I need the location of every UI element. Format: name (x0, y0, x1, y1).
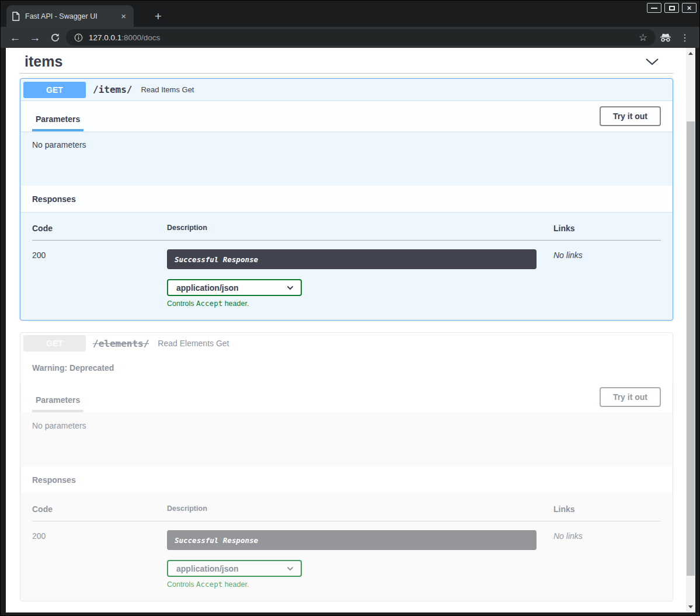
new-tab-button[interactable]: + (150, 8, 166, 25)
close-button[interactable]: × (682, 3, 696, 13)
media-type-select[interactable]: application/json (167, 279, 302, 296)
minimize-icon (651, 8, 657, 9)
response-row: 200 Successful Response application/json… (32, 521, 661, 589)
column-header-description: Description (167, 224, 553, 232)
column-header-description: Description (167, 504, 553, 513)
reload-icon[interactable] (45, 33, 65, 43)
responses-table: Code Description Links 200 Successful Re… (20, 493, 673, 601)
page-scrollbar[interactable] (686, 48, 695, 612)
address-bar[interactable]: 127.0.0.1:8000/docs ☆ (66, 29, 656, 46)
swagger-page: items GET /items/ Read Items Get Paramet… (6, 48, 687, 612)
deprecated-warning: Warning: Deprecated (20, 354, 673, 382)
url-text: 127.0.0.1:8000/docs (89, 33, 160, 42)
url-path: :8000/docs (121, 33, 160, 42)
opblock-get-elements-deprecated: GET /elements/ Read Elements Get Warning… (20, 332, 673, 601)
no-parameters-text: No parameters (20, 131, 673, 186)
tab-title: Fast API - Swagger UI (25, 12, 119, 20)
responses-title: Responses (32, 475, 76, 485)
column-header-code: Code (32, 504, 167, 514)
try-it-out-button[interactable]: Try it out (600, 387, 661, 407)
tab-close-icon[interactable]: × (119, 11, 128, 22)
scroll-down-arrow-icon[interactable] (688, 605, 693, 608)
try-it-out-button[interactable]: Try it out (600, 106, 661, 126)
browser-menu-icon[interactable]: ⋮ (680, 32, 689, 43)
media-type-select[interactable]: application/json (167, 560, 302, 577)
response-description-cell: Successful Response application/json Con… (167, 249, 553, 308)
method-badge: GET (23, 82, 86, 98)
browser-window: Fast API - Swagger UI × + × ← → 127.0.0.… (0, 0, 700, 616)
media-type-value: application/json (176, 564, 239, 573)
response-links: No links (553, 249, 661, 260)
url-host: 127.0.0.1 (89, 33, 121, 42)
close-icon: × (687, 4, 692, 12)
parameters-tab[interactable]: Parameters (32, 114, 83, 131)
forward-icon[interactable]: → (25, 32, 45, 43)
no-parameters-text: No parameters (20, 412, 673, 467)
browser-tab[interactable]: Fast API - Swagger UI × (6, 5, 134, 27)
controls-accept-note: Controls Accept header. (167, 580, 553, 589)
maximize-icon (669, 6, 675, 11)
tag-section-header[interactable]: items (20, 48, 673, 74)
endpoint-path: /elements/ (93, 338, 149, 349)
tag-title: items (25, 53, 645, 70)
endpoint-summary: Read Elements Get (158, 339, 229, 348)
window-controls: × (647, 3, 696, 13)
media-type-value: application/json (176, 283, 239, 293)
responses-header: Responses (20, 467, 673, 493)
chevron-down-icon (287, 566, 294, 571)
responses-table: Code Description Links 200 Successful Re… (20, 212, 673, 320)
opblock-summary[interactable]: GET /elements/ Read Elements Get (20, 333, 673, 354)
response-links: No links (553, 530, 661, 541)
response-code: 200 (32, 530, 167, 541)
column-header-links: Links (553, 504, 661, 514)
minimize-button[interactable] (647, 3, 661, 13)
titlebar: Fast API - Swagger UI × + × (1, 1, 699, 27)
opblock-get-items: GET /items/ Read Items Get Parameters Tr… (20, 78, 673, 321)
chevron-down-icon (287, 286, 294, 290)
collapse-chevron-down-icon[interactable] (645, 58, 659, 65)
site-info-icon[interactable] (74, 33, 83, 42)
browser-toolbar: ← → 127.0.0.1:8000/docs ☆ (1, 27, 699, 48)
endpoint-summary: Read Items Get (141, 85, 194, 94)
parameters-header: Parameters Try it out (20, 101, 673, 131)
bookmark-star-icon[interactable]: ☆ (639, 32, 647, 44)
endpoint-path: /items/ (93, 84, 132, 95)
response-description-box: Successful Response (167, 530, 537, 550)
maximize-button[interactable] (664, 3, 679, 13)
responses-header: Responses (20, 186, 673, 212)
response-description-cell: Successful Response application/json Con… (167, 530, 553, 589)
parameters-header: Parameters Try it out (20, 382, 673, 412)
controls-accept-note: Controls Accept header. (167, 299, 553, 308)
method-badge: GET (23, 335, 86, 351)
back-icon[interactable]: ← (5, 32, 25, 43)
responses-title: Responses (32, 194, 76, 204)
response-row: 200 Successful Response application/json… (32, 241, 661, 308)
response-description-box: Successful Response (167, 249, 537, 269)
opblock-summary[interactable]: GET /items/ Read Items Get (20, 79, 673, 101)
page-favicon-icon (12, 12, 20, 21)
scroll-up-arrow-icon[interactable] (688, 52, 693, 55)
column-header-links: Links (553, 224, 661, 233)
response-code: 200 (32, 249, 167, 260)
scrollbar-thumb[interactable] (687, 121, 695, 576)
incognito-icon (659, 33, 672, 44)
parameters-tab[interactable]: Parameters (32, 395, 83, 412)
column-header-code: Code (32, 224, 167, 233)
